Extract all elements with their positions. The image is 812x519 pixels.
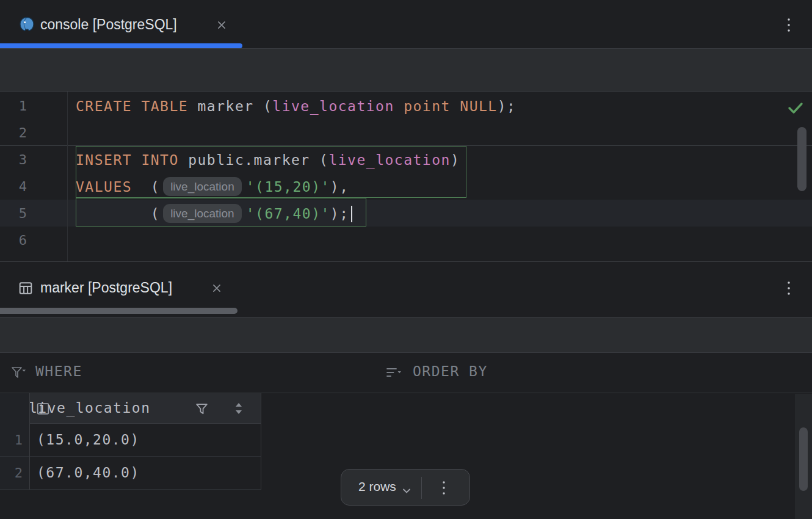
- console-tab-bar: console [PostgreSQL]: [0, 0, 812, 48]
- where-filter-icon[interactable]: [10, 365, 27, 384]
- code-token: public.marker (: [179, 152, 329, 168]
- line-number: 1: [0, 93, 27, 120]
- console-toolbar: p Tx: Auto Playground: [0, 48, 812, 92]
- code-token: live_location: [328, 152, 451, 168]
- progress-bar: [0, 43, 242, 48]
- code-token: );: [498, 98, 517, 114]
- code-token: marker (: [188, 98, 272, 114]
- code-token: [451, 98, 460, 114]
- result-tab-title[interactable]: marker [PostgreSQL]: [40, 280, 172, 296]
- grid-divider: [29, 393, 30, 490]
- funnel-icon[interactable]: [194, 401, 209, 419]
- sql-editor[interactable]: 123456 CREATE TABLE marker (live_locatio…: [0, 92, 812, 262]
- row-number: 2: [0, 457, 23, 489]
- inline-parameter-hint: live_location: [163, 177, 242, 196]
- app-window: console [PostgreSQL] p: [0, 0, 812, 519]
- line-number: 3: [0, 147, 27, 173]
- line-number: 2: [0, 120, 27, 147]
- rows-count-label[interactable]: 2 rows: [358, 479, 396, 494]
- sort-icon[interactable]: [234, 402, 243, 417]
- vertical-scrollbar-thumb[interactable]: [799, 427, 808, 491]
- code-token: INSERT INTO: [76, 152, 179, 168]
- horizontal-scrollbar[interactable]: [0, 308, 237, 314]
- pill-divider: [421, 477, 422, 499]
- postgresql-logo-icon: [18, 16, 35, 33]
- row-number: 1: [0, 424, 23, 456]
- column-name[interactable]: live_location: [29, 400, 151, 416]
- code-line-5[interactable]: (live_location'(67,40)');: [76, 200, 352, 227]
- code-token: VALUES: [76, 179, 132, 195]
- kebab-menu-icon[interactable]: [440, 480, 448, 498]
- chevron-down-icon[interactable]: [402, 485, 411, 496]
- text-caret: [351, 206, 352, 222]
- order-by-label[interactable]: ORDER BY: [413, 363, 488, 379]
- code-token: ),: [330, 179, 349, 195]
- result-tab-bar: marker [PostgreSQL]: [0, 262, 812, 317]
- close-icon[interactable]: [216, 20, 227, 33]
- code-token: point: [404, 98, 451, 114]
- line-number: 5: [0, 200, 27, 227]
- filter-row: WHERE ORDER BY: [0, 353, 812, 393]
- gutter-divider: [67, 92, 68, 261]
- code-token: '(67,40)': [246, 206, 330, 222]
- table-row[interactable]: 2(67.0,40.0): [0, 457, 261, 490]
- result-toolbar: Tx: Auto DDL: [0, 317, 812, 353]
- code-token: NULL: [460, 98, 497, 114]
- inline-parameter-hint: live_location: [163, 204, 242, 223]
- code-line-4[interactable]: VALUES (live_location'(15,20)'),: [76, 173, 349, 200]
- cell-value[interactable]: (67.0,40.0): [37, 457, 140, 489]
- rows-count-pill[interactable]: 2 rows: [341, 469, 470, 506]
- where-label[interactable]: WHERE: [35, 363, 82, 379]
- grid-divider: [261, 393, 261, 490]
- code-token: );: [330, 206, 349, 222]
- table-row[interactable]: 1(15.0,20.0): [0, 424, 261, 457]
- close-icon[interactable]: [211, 283, 222, 296]
- order-by-icon[interactable]: [385, 365, 403, 383]
- code-token: ): [451, 152, 460, 168]
- table-icon: [17, 280, 34, 299]
- code-token: (: [76, 206, 160, 222]
- code-token: CREATE TABLE: [76, 98, 188, 114]
- kebab-menu-icon[interactable]: [785, 16, 793, 36]
- console-tab-title[interactable]: console [PostgreSQL]: [40, 16, 177, 33]
- code-token: [394, 98, 404, 114]
- code-line-3[interactable]: INSERT INTO public.marker (live_location…: [76, 147, 460, 173]
- kebab-menu-icon[interactable]: [785, 280, 793, 299]
- code-token: '(15,20)': [246, 179, 330, 195]
- cell-value[interactable]: (15.0,20.0): [37, 424, 140, 456]
- checkmark-icon: [786, 100, 805, 118]
- line-number: 4: [0, 173, 27, 200]
- editor-scrollbar[interactable]: [797, 127, 807, 191]
- code-token: live_location: [272, 98, 394, 114]
- code-line-1[interactable]: CREATE TABLE marker (live_location point…: [76, 93, 516, 120]
- code-token: (: [132, 179, 160, 195]
- line-number: 6: [0, 227, 27, 254]
